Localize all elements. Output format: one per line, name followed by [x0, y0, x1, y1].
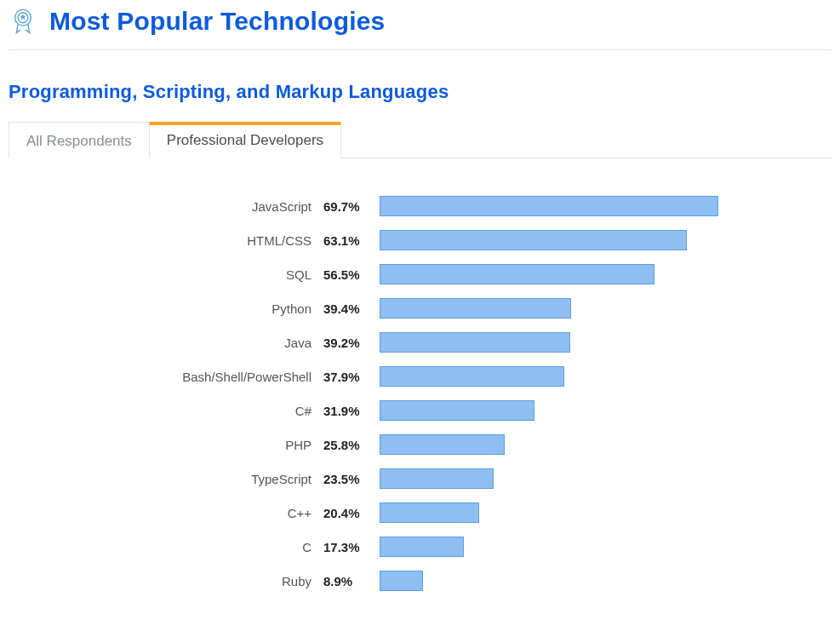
- chart-row-label: C++: [9, 506, 323, 520]
- chart-bar: [380, 264, 654, 284]
- chart-row: HTML/CSS63.1%: [9, 223, 831, 257]
- bar-chart: JavaScript69.7%HTML/CSS63.1%SQL56.5%Pyth…: [9, 189, 831, 598]
- chart-row: Java39.2%: [9, 325, 831, 359]
- chart-row: C++20.4%: [9, 496, 831, 530]
- chart-bar: [380, 298, 571, 319]
- chart-bar: [380, 366, 564, 387]
- chart-row-label: C: [9, 540, 323, 554]
- chart-row-label: Python: [9, 301, 323, 316]
- chart-row-value: 25.8%: [323, 438, 374, 452]
- chart-row-value: 39.4%: [323, 301, 374, 316]
- chart-bar-track: [380, 400, 720, 421]
- chart-row-label: HTML/CSS: [9, 233, 323, 248]
- chart-bar-track: [380, 366, 720, 387]
- chart-bar: [380, 332, 570, 353]
- ribbon-icon: [9, 7, 37, 36]
- chart-row-label: TypeScript: [9, 472, 323, 486]
- chart-bar-track: [380, 298, 720, 319]
- chart-row: C#31.9%: [9, 393, 831, 428]
- page-header: Most Popular Technologies: [9, 7, 831, 50]
- chart-bar-track: [380, 230, 720, 250]
- chart-row-value: 69.7%: [323, 199, 374, 214]
- page-title: Most Popular Technologies: [49, 7, 385, 36]
- chart-row-value: 31.9%: [323, 404, 374, 418]
- chart-row: Ruby8.9%: [9, 564, 831, 598]
- chart-row: Bash/Shell/PowerShell37.9%: [9, 359, 831, 393]
- chart-row-label: JavaScript: [9, 199, 323, 214]
- chart-row: TypeScript23.5%: [9, 462, 831, 496]
- chart-row: PHP25.8%: [9, 428, 831, 462]
- chart-bar-track: [380, 196, 720, 216]
- chart-bar-track: [380, 264, 720, 284]
- chart-bar-track: [380, 434, 720, 455]
- chart-row-label: C#: [9, 404, 323, 418]
- chart-bar: [380, 230, 687, 250]
- section-subtitle: Programming, Scripting, and Markup Langu…: [9, 81, 831, 103]
- chart-bar: [380, 468, 494, 489]
- chart-row-value: 37.9%: [323, 370, 374, 384]
- chart-row-label: Bash/Shell/PowerShell: [9, 370, 323, 384]
- chart-bar: [380, 434, 505, 455]
- chart-bar: [380, 400, 534, 421]
- chart-row-label: Ruby: [9, 574, 323, 588]
- chart-row: SQL56.5%: [9, 257, 831, 291]
- chart-row-value: 17.3%: [323, 540, 374, 554]
- chart-bar: [380, 502, 479, 523]
- chart-row-value: 39.2%: [323, 336, 374, 350]
- chart-bar-track: [380, 537, 720, 557]
- tab-professional-developers[interactable]: Professional Developers: [149, 122, 341, 158]
- chart-row: Python39.4%: [9, 291, 831, 325]
- tabs-container: All RespondentsProfessional Developers: [9, 122, 831, 158]
- chart-bar: [380, 571, 423, 591]
- chart-bar-track: [380, 468, 720, 489]
- chart-bar-track: [380, 502, 720, 523]
- chart-bar: [380, 537, 464, 557]
- chart-row-value: 23.5%: [323, 472, 374, 486]
- chart-bar-track: [380, 332, 720, 353]
- chart-row-label: PHP: [9, 438, 323, 452]
- chart-row: JavaScript69.7%: [9, 189, 831, 223]
- chart-row-value: 20.4%: [323, 506, 374, 520]
- chart-row-value: 56.5%: [323, 267, 374, 282]
- chart-row-label: Java: [9, 336, 323, 350]
- chart-row-value: 8.9%: [323, 574, 374, 588]
- chart-row: C17.3%: [9, 530, 831, 564]
- chart-row-value: 63.1%: [323, 233, 374, 248]
- chart-bar: [380, 196, 718, 216]
- tab-all-respondents[interactable]: All Respondents: [9, 122, 149, 158]
- chart-row-label: SQL: [9, 267, 323, 282]
- chart-bar-track: [380, 571, 720, 591]
